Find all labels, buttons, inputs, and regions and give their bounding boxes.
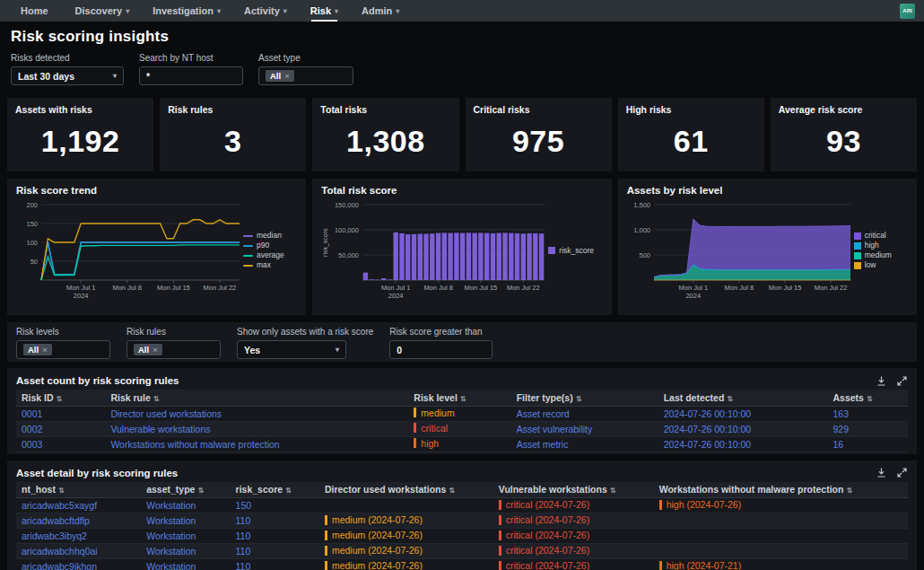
column-header[interactable]: nt_host⇅ — [16, 482, 141, 498]
asset-type-link[interactable]: Workstation — [146, 561, 196, 570]
risk-score-link[interactable]: 110 — [236, 531, 251, 541]
filter-type-link[interactable]: Asset metric — [517, 439, 569, 450]
asset-type-link[interactable]: Workstation — [146, 531, 196, 541]
close-icon[interactable]: × — [42, 345, 48, 355]
director-severity-badge: medium (2024-07-26) — [325, 560, 423, 570]
nav-item[interactable]: Admin ▾ — [350, 0, 411, 22]
risks-detected-select[interactable]: Last 30 days ▾ — [11, 66, 124, 85]
nav-item-label: Investigation — [153, 5, 214, 16]
legend-label: critical — [865, 232, 886, 240]
close-icon[interactable]: × — [284, 71, 290, 81]
chart-title: Risk score trend — [16, 185, 301, 196]
risk-rule-link[interactable]: Director used workstations — [110, 408, 222, 419]
sort-icon[interactable]: ⇅ — [197, 487, 204, 495]
nt-host-link[interactable]: aricadwabcftdflp — [22, 515, 90, 526]
legend-label: risk_score — [559, 247, 594, 255]
sort-icon[interactable]: ⇅ — [846, 487, 852, 495]
risk-score-link[interactable]: 150 — [236, 500, 252, 511]
asset-detail-table: nt_host⇅ asset_type⇅ risk_score⇅ Directo… — [16, 482, 908, 570]
assets-count-link[interactable]: 163 — [833, 408, 850, 419]
risk-score-link[interactable]: 110 — [236, 561, 251, 570]
legend-item: max — [243, 261, 293, 269]
risk-rules-token[interactable]: All × — [134, 344, 162, 355]
asset-type-link[interactable]: Workstation — [146, 500, 196, 511]
legend-label: p90 — [257, 241, 269, 250]
nt-host-input[interactable] — [146, 71, 236, 82]
sort-icon[interactable]: ⇅ — [57, 395, 63, 403]
risk-id-link[interactable]: 0001 — [22, 408, 42, 419]
risk-id-link[interactable]: 0003 — [22, 439, 42, 450]
chevron-down-icon: ▾ — [335, 7, 338, 15]
ari-app-badge[interactable]: ARI — [900, 4, 915, 19]
filter-label: Risk score greater than — [389, 327, 493, 337]
column-header[interactable]: asset_type⇅ — [141, 482, 230, 498]
risk-score-link[interactable]: 110 — [236, 515, 251, 526]
last-detected-link[interactable]: 2024-07-26 00:10:00 — [664, 424, 752, 434]
column-header[interactable]: Filter type(s)⇅ — [511, 390, 658, 406]
risk-rule-link[interactable]: Vulnerable workstations — [110, 424, 210, 434]
column-header[interactable]: risk_score⇅ — [231, 482, 319, 498]
last-detected-link[interactable]: 2024-07-26 00:10:00 — [664, 408, 752, 419]
column-header[interactable]: Director used workstations⇅ — [319, 482, 493, 498]
column-header[interactable]: Risk ID⇅ — [16, 390, 105, 406]
risk-levels-token[interactable]: All × — [23, 344, 52, 355]
filter-asset-type: Asset type All × — [258, 53, 353, 85]
sort-icon[interactable]: ⇅ — [58, 487, 65, 495]
download-icon[interactable] — [876, 467, 887, 478]
filter-type-link[interactable]: Asset record — [517, 408, 570, 419]
expand-icon[interactable] — [896, 467, 908, 478]
sort-icon[interactable]: ⇅ — [727, 395, 733, 403]
nt-host-link[interactable]: aricadwabc9ikhgn — [22, 561, 97, 570]
director-severity-badge: medium (2024-07-26) — [325, 545, 423, 556]
nt-host-link[interactable]: aridwabc3ibyq2 — [22, 531, 87, 541]
legend-item: high — [854, 241, 904, 250]
risk-score-link[interactable]: 110 — [236, 546, 251, 557]
risk-score-greater-input[interactable] — [397, 345, 485, 355]
legend-item: average — [243, 251, 293, 259]
column-header[interactable]: Workstations without malware protection⇅ — [654, 482, 908, 498]
download-icon[interactable] — [876, 375, 887, 387]
vulnerable-severity-badge: critical (2024-07-26) — [499, 499, 589, 510]
risk-id-link[interactable]: 0002 — [22, 424, 42, 434]
assets-count-link[interactable]: 929 — [833, 424, 850, 434]
close-icon[interactable]: × — [153, 345, 158, 355]
column-header[interactable]: Vulnerable workstations⇅ — [493, 482, 654, 498]
assets-count-link[interactable]: 16 — [833, 439, 844, 450]
risk-rules-multiselect[interactable]: All × — [126, 340, 221, 359]
risk-rule-link[interactable]: Workstations without malware protection — [110, 439, 279, 450]
sort-icon[interactable]: ⇅ — [285, 487, 292, 495]
nav-item[interactable]: Discovery ▾ — [64, 0, 142, 22]
severity-bar — [499, 515, 501, 525]
severity-bar — [499, 500, 501, 510]
sort-icon[interactable]: ⇅ — [867, 395, 873, 403]
filter-type-link[interactable]: Asset vulnerability — [517, 424, 593, 434]
nav-item[interactable]: Risk ▾ — [299, 0, 350, 22]
legend-item: low — [854, 261, 904, 269]
kpi-card: Assets with risks 1,192 — [7, 98, 153, 171]
nav-item[interactable]: Home — [9, 0, 64, 22]
last-detected-link[interactable]: 2024-07-26 00:10:00 — [664, 439, 752, 450]
asset-type-link[interactable]: Workstation — [146, 515, 196, 526]
sort-icon[interactable]: ⇅ — [460, 395, 466, 403]
nav-item[interactable]: Activity ▾ — [232, 0, 299, 22]
risk-levels-multiselect[interactable]: All × — [16, 340, 110, 359]
column-header[interactable]: Assets⇅ — [828, 390, 908, 406]
column-header[interactable]: Last detected⇅ — [658, 390, 828, 406]
sort-icon[interactable]: ⇅ — [610, 487, 616, 495]
nt-host-link[interactable]: aricadwabchhq0ai — [22, 546, 98, 557]
column-header[interactable]: Risk level⇅ — [408, 390, 510, 406]
asset-type-multiselect[interactable]: All × — [258, 66, 353, 85]
column-header[interactable]: Risk rule⇅ — [105, 390, 408, 406]
expand-icon[interactable] — [896, 375, 908, 387]
legend-item: critical — [854, 232, 904, 240]
nt-host-link[interactable]: aricadwabc5xaygf — [22, 500, 97, 511]
sort-icon[interactable]: ⇅ — [153, 395, 160, 403]
sort-icon[interactable]: ⇅ — [576, 395, 582, 403]
chevron-down-icon: ▾ — [283, 7, 287, 15]
column-header-label: Risk ID — [22, 392, 54, 403]
sort-icon[interactable]: ⇅ — [449, 487, 455, 495]
show-only-select[interactable]: Yes ▾ — [237, 340, 346, 359]
nav-item[interactable]: Investigation ▾ — [141, 0, 232, 22]
asset-type-link[interactable]: Workstation — [146, 546, 196, 557]
asset-type-token[interactable]: All × — [266, 70, 294, 82]
